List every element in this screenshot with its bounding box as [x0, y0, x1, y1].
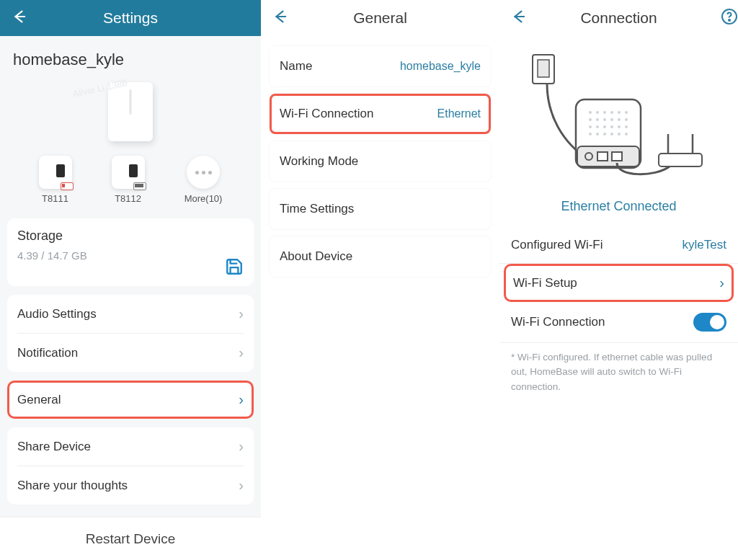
device-thumbnails: T8111 T8112 More(10) — [0, 148, 261, 210]
svg-point-22 — [618, 118, 621, 121]
menu-label: Share your thoughts — [17, 479, 128, 493]
back-button[interactable] — [10, 9, 26, 27]
svg-point-35 — [625, 133, 628, 135]
general-header: General — [261, 0, 499, 36]
wifi-toggle[interactable] — [693, 313, 726, 332]
help-button[interactable] — [721, 8, 738, 28]
general-item-about[interactable]: About Device — [270, 236, 491, 277]
general-item-time[interactable]: Time Settings — [270, 189, 491, 229]
device-thumb-2[interactable]: T8112 — [112, 156, 145, 204]
device-name: homebase_kyle — [0, 36, 261, 79]
battery-full-icon — [133, 182, 146, 190]
menu-label: Share Device — [17, 440, 91, 454]
connection-list: Configured Wi-Fi kyleTest Wi-Fi Setup › … — [499, 227, 738, 343]
chevron-right-icon: › — [719, 275, 724, 291]
svg-point-4 — [729, 19, 730, 21]
svg-rect-6 — [538, 60, 549, 77]
wifi-connection-toggle-row: Wi-Fi Connection — [499, 302, 738, 343]
item-value: homebase_kyle — [400, 60, 481, 73]
svg-point-17 — [625, 111, 628, 114]
svg-point-14 — [603, 111, 606, 114]
device-hero — [0, 79, 261, 148]
restart-device-button[interactable]: Restart Device — [0, 517, 261, 560]
svg-point-28 — [618, 125, 621, 128]
menu-item-general[interactable]: General› — [7, 381, 254, 419]
menu-item-share-thoughts[interactable]: Share your thoughts› — [17, 466, 244, 505]
svg-point-13 — [596, 111, 599, 114]
chevron-right-icon: › — [239, 477, 244, 494]
svg-point-15 — [610, 111, 613, 114]
ethernet-diagram-icon — [525, 49, 713, 186]
wifi-note: * Wi-Fi configured. If ethernet cable wa… — [499, 343, 738, 394]
chevron-right-icon: › — [239, 438, 244, 455]
svg-point-21 — [610, 118, 613, 121]
battery-low-icon — [61, 182, 74, 190]
connection-illustration — [499, 36, 738, 193]
svg-point-33 — [610, 133, 613, 135]
svg-point-32 — [603, 133, 606, 135]
homebase-image — [108, 82, 153, 141]
general-item-name[interactable]: Name homebase_kyle — [270, 46, 491, 86]
help-icon — [721, 8, 738, 25]
general-item-working-mode[interactable]: Working Mode — [270, 141, 491, 182]
device-thumb-more[interactable]: More(10) — [184, 156, 223, 204]
menu-item-share-device[interactable]: Share Device› — [17, 427, 244, 466]
general-list: Name homebase_kyle Wi-Fi Connection Ethe… — [261, 46, 499, 277]
back-arrow-icon — [10, 9, 26, 25]
menu-label: Notification — [17, 346, 78, 360]
connection-screen: Connection Ethernet Connect — [499, 0, 738, 560]
item-label: About Device — [280, 249, 352, 264]
svg-point-30 — [589, 133, 592, 135]
menu-label: Audio Settings — [17, 307, 97, 321]
storage-card[interactable]: Storage 4.39 / 14.7 GB — [7, 218, 254, 286]
menu-label: General — [17, 393, 61, 407]
svg-rect-36 — [659, 154, 702, 166]
device-thumb-1[interactable]: T8111 — [39, 156, 72, 204]
thumb-label: More(10) — [184, 193, 223, 204]
svg-point-24 — [589, 125, 592, 128]
svg-point-25 — [596, 125, 599, 128]
item-label: Name — [280, 59, 312, 74]
back-button[interactable] — [510, 9, 525, 27]
svg-point-16 — [618, 111, 621, 114]
chevron-right-icon: › — [239, 306, 244, 322]
svg-point-31 — [596, 133, 599, 135]
svg-rect-10 — [597, 152, 608, 161]
back-arrow-icon — [510, 9, 525, 25]
svg-point-12 — [589, 111, 592, 114]
back-button[interactable] — [271, 9, 287, 27]
svg-point-19 — [596, 118, 599, 121]
restart-label: Restart Device — [86, 531, 176, 547]
svg-point-23 — [625, 118, 628, 121]
connection-status: Ethernet Connected — [499, 199, 738, 214]
storage-title: Storage — [17, 228, 244, 244]
row-label: Wi-Fi Setup — [513, 276, 577, 290]
menu-item-notification[interactable]: Notification› — [17, 334, 244, 372]
wifi-setup-row[interactable]: Wi-Fi Setup › — [504, 264, 734, 302]
save-icon — [225, 257, 244, 279]
chevron-right-icon: › — [239, 345, 244, 361]
storage-value: 4.39 / 14.7 GB — [17, 249, 244, 262]
svg-point-27 — [610, 125, 613, 128]
svg-point-26 — [603, 125, 606, 128]
svg-point-29 — [625, 125, 628, 128]
chevron-right-icon: › — [239, 391, 244, 408]
row-label: Wi-Fi Connection — [511, 315, 605, 329]
header-title: General — [353, 9, 407, 27]
configured-wifi-row[interactable]: Configured Wi-Fi kyleTest — [499, 227, 738, 264]
back-arrow-icon — [271, 9, 287, 25]
item-label: Wi-Fi Connection — [280, 107, 373, 121]
settings-menu: Audio Settings› Notification› — [7, 295, 254, 372]
row-label: Configured Wi-Fi — [511, 238, 603, 252]
svg-point-34 — [618, 133, 621, 135]
more-icon — [187, 156, 220, 189]
svg-rect-11 — [612, 152, 622, 161]
settings-header: Settings — [0, 0, 261, 36]
general-screen: General Name homebase_kyle Wi-Fi Connect… — [261, 0, 499, 560]
connection-header: Connection — [499, 0, 738, 36]
settings-screen: Settings homebase_kyle T8111 T8112 More(… — [0, 0, 261, 560]
menu-item-audio[interactable]: Audio Settings› — [17, 295, 244, 334]
general-item-wifi[interactable]: Wi-Fi Connection Ethernet — [270, 94, 491, 134]
row-value: kyleTest — [683, 238, 726, 252]
thumb-label: T8112 — [112, 193, 145, 204]
